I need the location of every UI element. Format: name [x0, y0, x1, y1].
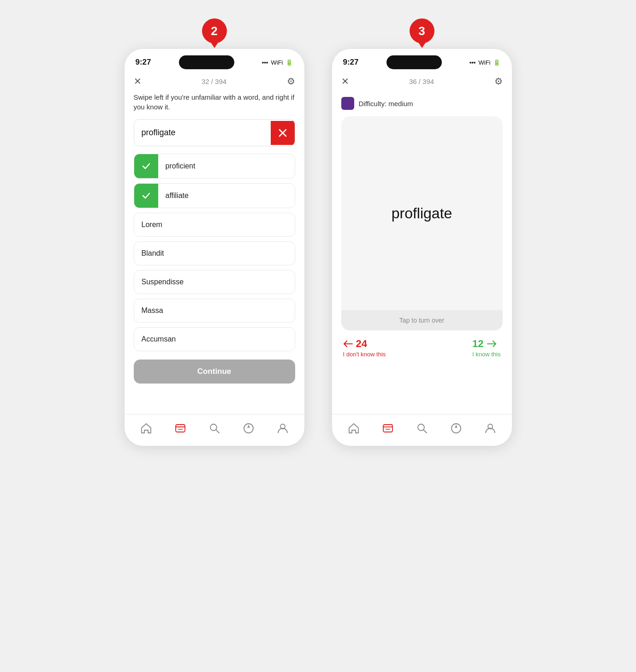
right-phone-container: 3 9:27 ▪▪▪ WiFi 🔋 ✕ 36 / 394 ⚙ Difficult…	[332, 18, 512, 446]
checkmark-icon	[142, 191, 151, 200]
status-bar-right: 9:27 ▪▪▪ WiFi 🔋	[332, 49, 512, 73]
status-icons-right: ▪▪▪ WiFi 🔋	[470, 59, 501, 66]
nav-search-right[interactable]	[416, 422, 428, 435]
know-count: 12	[472, 338, 500, 350]
nav-cards-right[interactable]	[381, 422, 394, 435]
word-clear-button[interactable]	[271, 121, 295, 145]
word-display: profligate	[134, 120, 271, 146]
swipe-row: 24 I don't know this 12 I know this	[332, 330, 512, 365]
x-icon	[279, 129, 287, 137]
word-label-affiliate: affiliate	[158, 185, 196, 206]
signal-icon: ▪▪▪	[470, 59, 476, 66]
left-phone: 9:27 ▪▪▪ WiFi 🔋 ✕ 32 / 394 ⚙ Swipe left …	[125, 49, 304, 446]
word-search-row: profligate	[134, 119, 295, 146]
nav-cards-left[interactable]	[174, 422, 187, 435]
list-item[interactable]: proficient	[134, 154, 295, 179]
check-icon-proficient	[134, 154, 158, 178]
checkmark-icon	[142, 162, 151, 171]
nav-profile-left[interactable]	[276, 422, 289, 435]
wifi-icon: WiFi	[478, 59, 490, 66]
bottom-nav-left	[125, 414, 304, 446]
battery-icon: 🔋	[285, 59, 293, 66]
dont-know-label: I don't know this	[343, 351, 386, 358]
status-time-left: 9:27	[136, 58, 151, 67]
flashcard-tap-label[interactable]: Tap to turn over	[341, 310, 503, 330]
settings-button-left[interactable]: ⚙	[287, 76, 295, 87]
step-badge-left: 2	[202, 18, 227, 43]
left-phone-container: 2 9:27 ▪▪▪ WiFi 🔋 ✕ 32 / 394 ⚙ Swipe lef…	[125, 18, 304, 446]
word-label-suspendisse: Suspendisse	[134, 270, 191, 294]
flashcard-wrapper: profligate Tap to turn over	[341, 116, 503, 330]
svg-line-16	[423, 430, 427, 433]
close-button-left[interactable]: ✕	[134, 76, 142, 87]
counter-left: 32 / 394	[202, 78, 226, 85]
word-label-blandit: Blandit	[134, 242, 172, 265]
top-nav-right: ✕ 36 / 394 ⚙	[332, 73, 512, 92]
list-item[interactable]: Blandit	[134, 241, 295, 265]
close-button-right[interactable]: ✕	[341, 76, 349, 87]
top-nav-left: ✕ 32 / 394 ⚙	[125, 73, 304, 92]
svg-rect-2	[176, 425, 185, 432]
svg-marker-8	[247, 425, 250, 428]
difficulty-dot	[341, 97, 354, 110]
status-notch-left	[179, 55, 234, 69]
step-badge-right: 3	[410, 18, 434, 43]
flashcard-word: profligate	[382, 196, 462, 231]
counter-right: 36 / 394	[409, 78, 434, 85]
content-left: Swipe left if you're unfamiliar with a w…	[125, 92, 304, 414]
bottom-nav-right	[332, 414, 512, 446]
dont-know-count: 24	[343, 338, 386, 350]
right-phone: 9:27 ▪▪▪ WiFi 🔋 ✕ 36 / 394 ⚙ Difficulty:…	[332, 49, 512, 446]
word-label-accumsan: Accumsan	[134, 328, 184, 351]
status-bar-left: 9:27 ▪▪▪ WiFi 🔋	[125, 49, 304, 73]
settings-button-right[interactable]: ⚙	[494, 76, 503, 87]
word-label-massa: Massa	[134, 299, 171, 322]
svg-marker-18	[455, 425, 458, 428]
check-icon-affiliate	[134, 184, 158, 208]
status-notch-right	[386, 55, 442, 69]
arrow-left-icon	[343, 340, 353, 348]
continue-button[interactable]: Continue	[134, 360, 295, 384]
status-time-right: 9:27	[343, 58, 359, 67]
difficulty-row: Difficulty: medium	[332, 92, 512, 116]
dont-know-section[interactable]: 24 I don't know this	[343, 338, 386, 358]
list-item[interactable]: Massa	[134, 299, 295, 323]
nav-profile-right[interactable]	[484, 422, 497, 435]
list-item[interactable]: Accumsan	[134, 327, 295, 351]
instruction-text: Swipe left if you're unfamiliar with a w…	[134, 92, 295, 112]
know-section[interactable]: 12 I know this	[472, 338, 500, 358]
nav-compass-left[interactable]	[242, 422, 255, 435]
difficulty-label: Difficulty: medium	[359, 100, 413, 108]
nav-compass-right[interactable]	[450, 422, 463, 435]
nav-search-left[interactable]	[208, 422, 221, 435]
word-label-proficient: proficient	[158, 156, 203, 177]
nav-home-right[interactable]	[347, 422, 360, 435]
wifi-icon: WiFi	[271, 59, 283, 66]
know-label: I know this	[472, 351, 500, 358]
flashcard[interactable]: profligate	[351, 116, 493, 310]
arrow-right-icon	[487, 340, 497, 348]
svg-rect-12	[383, 425, 392, 432]
status-icons-left: ▪▪▪ WiFi 🔋	[262, 59, 293, 66]
list-item[interactable]: affiliate	[134, 183, 295, 208]
nav-home-left[interactable]	[140, 422, 153, 435]
battery-icon: 🔋	[493, 59, 500, 66]
word-label-lorem: Lorem	[134, 213, 170, 236]
list-item[interactable]: Suspendisse	[134, 270, 295, 294]
list-item[interactable]: Lorem	[134, 213, 295, 237]
signal-icon: ▪▪▪	[262, 59, 268, 66]
svg-line-6	[216, 430, 219, 433]
